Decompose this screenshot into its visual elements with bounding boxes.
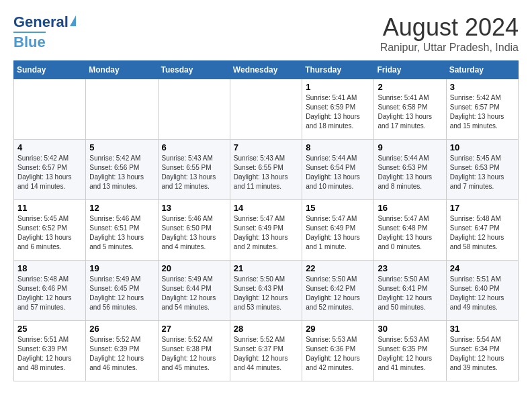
day-info: Sunrise: 5:48 AM Sunset: 6:47 PM Dayligh… — [450, 214, 515, 252]
day-number: 31 — [450, 324, 515, 334]
day-number: 5 — [89, 142, 154, 152]
day-info: Sunrise: 5:51 AM Sunset: 6:39 PM Dayligh… — [17, 335, 82, 373]
day-info: Sunrise: 5:49 AM Sunset: 6:44 PM Dayligh… — [162, 275, 226, 312]
calendar-cell: 6Sunrise: 5:43 AM Sunset: 6:55 PM Daylig… — [158, 140, 230, 200]
calendar-cell: 17Sunrise: 5:48 AM Sunset: 6:47 PM Dayli… — [446, 200, 518, 261]
day-info: Sunrise: 5:42 AM Sunset: 6:56 PM Dayligh… — [89, 154, 154, 191]
page-header: General Blue August 2024 Ranipur, Uttar … — [13, 13, 519, 54]
calendar-cell: 10Sunrise: 5:45 AM Sunset: 6:53 PM Dayli… — [446, 140, 518, 200]
calendar-cell: 21Sunrise: 5:50 AM Sunset: 6:43 PM Dayli… — [230, 261, 302, 321]
weekday-header-saturday: Saturday — [446, 61, 518, 79]
day-info: Sunrise: 5:44 AM Sunset: 6:53 PM Dayligh… — [378, 154, 442, 191]
day-number: 20 — [162, 263, 226, 273]
calendar-cell: 29Sunrise: 5:53 AM Sunset: 6:36 PM Dayli… — [302, 321, 374, 381]
calendar-cell: 11Sunrise: 5:45 AM Sunset: 6:52 PM Dayli… — [14, 200, 86, 261]
calendar-cell: 7Sunrise: 5:43 AM Sunset: 6:55 PM Daylig… — [230, 140, 302, 200]
calendar-cell: 25Sunrise: 5:51 AM Sunset: 6:39 PM Dayli… — [14, 321, 86, 381]
day-info: Sunrise: 5:52 AM Sunset: 6:39 PM Dayligh… — [89, 335, 154, 373]
day-info: Sunrise: 5:46 AM Sunset: 6:50 PM Dayligh… — [162, 214, 226, 252]
calendar-week-5: 25Sunrise: 5:51 AM Sunset: 6:39 PM Dayli… — [14, 321, 519, 381]
calendar-cell: 23Sunrise: 5:50 AM Sunset: 6:41 PM Dayli… — [374, 261, 446, 321]
title-area: August 2024 Ranipur, Uttar Pradesh, Indi… — [380, 13, 519, 54]
month-title: August 2024 — [380, 13, 519, 42]
day-info: Sunrise: 5:49 AM Sunset: 6:45 PM Dayligh… — [89, 275, 154, 312]
day-number: 9 — [378, 142, 442, 152]
day-info: Sunrise: 5:45 AM Sunset: 6:52 PM Dayligh… — [17, 214, 82, 252]
day-info: Sunrise: 5:44 AM Sunset: 6:54 PM Dayligh… — [306, 154, 370, 191]
day-number: 8 — [306, 142, 370, 152]
logo-general: General — [13, 13, 69, 31]
day-info: Sunrise: 5:53 AM Sunset: 6:35 PM Dayligh… — [378, 335, 442, 373]
day-number: 26 — [89, 324, 154, 334]
calendar-cell: 12Sunrise: 5:46 AM Sunset: 6:51 PM Dayli… — [86, 200, 158, 261]
day-number: 1 — [306, 82, 370, 92]
day-info: Sunrise: 5:52 AM Sunset: 6:37 PM Dayligh… — [234, 335, 298, 373]
day-info: Sunrise: 5:45 AM Sunset: 6:53 PM Dayligh… — [450, 154, 515, 191]
day-info: Sunrise: 5:50 AM Sunset: 6:41 PM Dayligh… — [378, 275, 442, 312]
day-info: Sunrise: 5:51 AM Sunset: 6:40 PM Dayligh… — [450, 275, 515, 312]
weekday-header-wednesday: Wednesday — [230, 61, 302, 79]
weekday-header-thursday: Thursday — [302, 61, 374, 79]
day-number: 27 — [162, 324, 226, 334]
weekday-header-tuesday: Tuesday — [158, 61, 230, 79]
day-number: 17 — [450, 203, 515, 213]
calendar-cell: 26Sunrise: 5:52 AM Sunset: 6:39 PM Dayli… — [86, 321, 158, 381]
calendar-cell: 28Sunrise: 5:52 AM Sunset: 6:37 PM Dayli… — [230, 321, 302, 381]
calendar-header-row: SundayMondayTuesdayWednesdayThursdayFrid… — [14, 61, 519, 79]
day-number: 28 — [234, 324, 298, 334]
day-info: Sunrise: 5:42 AM Sunset: 6:57 PM Dayligh… — [17, 154, 82, 191]
day-number: 13 — [162, 203, 226, 213]
day-info: Sunrise: 5:50 AM Sunset: 6:42 PM Dayligh… — [306, 275, 370, 312]
calendar-cell: 5Sunrise: 5:42 AM Sunset: 6:56 PM Daylig… — [86, 140, 158, 200]
day-number: 29 — [306, 324, 370, 334]
day-number: 21 — [234, 263, 298, 273]
day-number: 24 — [450, 263, 515, 273]
day-number: 23 — [378, 263, 442, 273]
calendar-cell: 18Sunrise: 5:48 AM Sunset: 6:46 PM Dayli… — [14, 261, 86, 321]
calendar-cell: 2Sunrise: 5:41 AM Sunset: 6:58 PM Daylig… — [374, 79, 446, 140]
calendar-week-2: 4Sunrise: 5:42 AM Sunset: 6:57 PM Daylig… — [14, 140, 519, 200]
calendar-cell: 30Sunrise: 5:53 AM Sunset: 6:35 PM Dayli… — [374, 321, 446, 381]
location-title: Ranipur, Uttar Pradesh, India — [380, 42, 519, 54]
weekday-header-monday: Monday — [86, 61, 158, 79]
calendar-cell: 20Sunrise: 5:49 AM Sunset: 6:44 PM Dayli… — [158, 261, 230, 321]
calendar-cell: 13Sunrise: 5:46 AM Sunset: 6:50 PM Dayli… — [158, 200, 230, 261]
calendar-cell — [230, 79, 302, 140]
calendar-cell: 15Sunrise: 5:47 AM Sunset: 6:49 PM Dayli… — [302, 200, 374, 261]
day-number: 6 — [162, 142, 226, 152]
calendar-cell: 14Sunrise: 5:47 AM Sunset: 6:49 PM Dayli… — [230, 200, 302, 261]
day-info: Sunrise: 5:43 AM Sunset: 6:55 PM Dayligh… — [234, 154, 298, 191]
day-info: Sunrise: 5:47 AM Sunset: 6:49 PM Dayligh… — [306, 214, 370, 252]
calendar-week-3: 11Sunrise: 5:45 AM Sunset: 6:52 PM Dayli… — [14, 200, 519, 261]
calendar-cell: 3Sunrise: 5:42 AM Sunset: 6:57 PM Daylig… — [446, 79, 518, 140]
calendar-cell — [86, 79, 158, 140]
weekday-header-friday: Friday — [374, 61, 446, 79]
day-info: Sunrise: 5:52 AM Sunset: 6:38 PM Dayligh… — [162, 335, 226, 373]
day-info: Sunrise: 5:50 AM Sunset: 6:43 PM Dayligh… — [234, 275, 298, 312]
day-number: 11 — [17, 203, 82, 213]
calendar-cell: 22Sunrise: 5:50 AM Sunset: 6:42 PM Dayli… — [302, 261, 374, 321]
day-info: Sunrise: 5:54 AM Sunset: 6:34 PM Dayligh… — [450, 335, 515, 373]
calendar-cell: 4Sunrise: 5:42 AM Sunset: 6:57 PM Daylig… — [14, 140, 86, 200]
weekday-header-sunday: Sunday — [14, 61, 86, 79]
day-info: Sunrise: 5:46 AM Sunset: 6:51 PM Dayligh… — [89, 214, 154, 252]
day-number: 25 — [17, 324, 82, 334]
logo-icon — [70, 15, 76, 26]
day-number: 15 — [306, 203, 370, 213]
day-number: 3 — [450, 82, 515, 92]
calendar-cell: 16Sunrise: 5:47 AM Sunset: 6:48 PM Dayli… — [374, 200, 446, 261]
day-number: 22 — [306, 263, 370, 273]
day-number: 12 — [89, 203, 154, 213]
calendar-cell: 1Sunrise: 5:41 AM Sunset: 6:59 PM Daylig… — [302, 79, 374, 140]
day-number: 2 — [378, 82, 442, 92]
day-number: 10 — [450, 142, 515, 152]
day-number: 18 — [17, 263, 82, 273]
day-number: 30 — [378, 324, 442, 334]
day-number: 7 — [234, 142, 298, 152]
logo-blue: Blue — [13, 32, 46, 51]
calendar-cell — [14, 79, 86, 140]
calendar-cell: 9Sunrise: 5:44 AM Sunset: 6:53 PM Daylig… — [374, 140, 446, 200]
day-number: 19 — [89, 263, 154, 273]
day-info: Sunrise: 5:47 AM Sunset: 6:48 PM Dayligh… — [378, 214, 442, 252]
day-info: Sunrise: 5:48 AM Sunset: 6:46 PM Dayligh… — [17, 275, 82, 312]
